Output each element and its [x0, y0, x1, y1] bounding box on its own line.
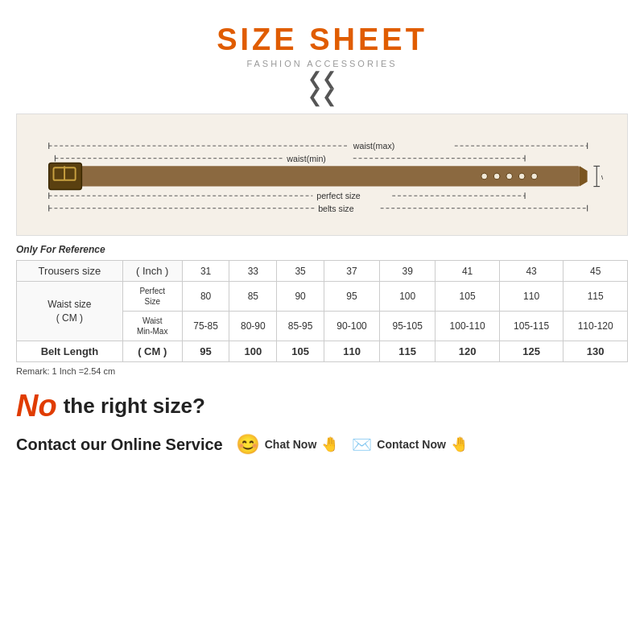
- svg-text:waist(max): waist(max): [353, 141, 395, 151]
- belt-130: 130: [564, 341, 628, 362]
- waist-90-100: 90-100: [324, 312, 379, 341]
- perfect-100: 100: [380, 282, 436, 312]
- svg-marker-19: [580, 166, 588, 186]
- hand-icon-contact: 🤚: [451, 436, 469, 453]
- no-text: No: [16, 389, 57, 423]
- col-31: 31: [182, 261, 229, 282]
- no-size-section: No the right size? Contact our Online Se…: [16, 389, 628, 456]
- col-33: 33: [229, 261, 277, 282]
- waist-size-header: Waist size( CM ): [17, 282, 123, 341]
- hand-icon-chat: 🤚: [321, 436, 339, 453]
- waist-75-85: 75-85: [182, 312, 229, 341]
- svg-point-14: [481, 173, 488, 180]
- col-45: 45: [564, 261, 628, 282]
- belt-diagram-section: waist(max) waist(min): [16, 114, 628, 236]
- belt-115: 115: [380, 341, 436, 362]
- svg-point-16: [506, 173, 513, 180]
- belt-svg: waist(max) waist(min): [41, 127, 603, 224]
- col-43: 43: [499, 261, 564, 282]
- waist-110-120: 110-120: [564, 312, 628, 341]
- belt-120: 120: [436, 341, 500, 362]
- waist-100-110: 100-110: [436, 312, 500, 341]
- contact-label: Contact our Online Service: [16, 436, 223, 454]
- svg-point-15: [493, 173, 500, 180]
- waist-105-115: 105-115: [499, 312, 564, 341]
- waist-80-90: 80-90: [229, 312, 277, 341]
- perfect-90: 90: [277, 282, 324, 312]
- belt-length-header: Belt Length: [17, 341, 123, 362]
- perfect-110: 110: [499, 282, 564, 312]
- page-subtitle: FASHION ACCESSORIES: [246, 59, 397, 68]
- chat-icon: 😊: [236, 433, 260, 456]
- chevron-icon: ❮❮❮❮: [308, 70, 336, 105]
- col-39: 39: [380, 261, 436, 282]
- page-title: SIZE SHEET: [217, 23, 427, 57]
- col-35: 35: [277, 261, 324, 282]
- inch-header: ( Inch ): [122, 261, 182, 282]
- svg-text:waist(min): waist(min): [286, 154, 326, 163]
- mail-icon: ✉️: [352, 435, 372, 454]
- perfect-105: 105: [436, 282, 500, 312]
- belt-100: 100: [229, 341, 277, 362]
- contact-now-button[interactable]: ✉️ Contact Now 🤚: [352, 435, 469, 454]
- belt-diagram: waist(max) waist(min): [41, 127, 603, 224]
- belt-110: 110: [324, 341, 379, 362]
- perfect-115: 115: [564, 282, 628, 312]
- chat-now-label: Chat Now: [265, 438, 317, 451]
- svg-point-17: [518, 173, 525, 180]
- waist-95-105: 95-105: [380, 312, 436, 341]
- remark-text: Remark: 1 Inch =2.54 cm: [16, 366, 628, 376]
- perfect-85: 85: [229, 282, 277, 312]
- right-size-text: the right size?: [64, 394, 205, 419]
- waist-85-95: 85-95: [277, 312, 324, 341]
- svg-text:belts size: belts size: [318, 204, 353, 213]
- size-table: Trousers size ( Inch ) 31 33 35 37 39 41…: [16, 260, 628, 362]
- svg-text:perfect size: perfect size: [316, 191, 361, 200]
- svg-point-18: [531, 173, 538, 180]
- belt-cm-label: ( CM ): [122, 341, 182, 362]
- chat-now-button[interactable]: 😊 Chat Now 🤚: [236, 433, 340, 456]
- col-41: 41: [436, 261, 500, 282]
- belt-105: 105: [277, 341, 324, 362]
- only-ref-label: Only For Reference: [16, 244, 628, 255]
- trousers-size-header: Trousers size: [17, 261, 123, 282]
- contact-now-label: Contact Now: [377, 438, 446, 451]
- svg-text:width: width: [601, 172, 603, 181]
- perfect-size-label: PerfectSize: [122, 282, 182, 312]
- perfect-95: 95: [324, 282, 379, 312]
- col-37: 37: [324, 261, 379, 282]
- waist-minmax-label: WaistMin-Max: [122, 312, 182, 341]
- perfect-80: 80: [182, 282, 229, 312]
- belt-95: 95: [182, 341, 229, 362]
- size-table-section: Only For Reference Trousers size ( Inch …: [16, 244, 628, 376]
- belt-125: 125: [499, 341, 564, 362]
